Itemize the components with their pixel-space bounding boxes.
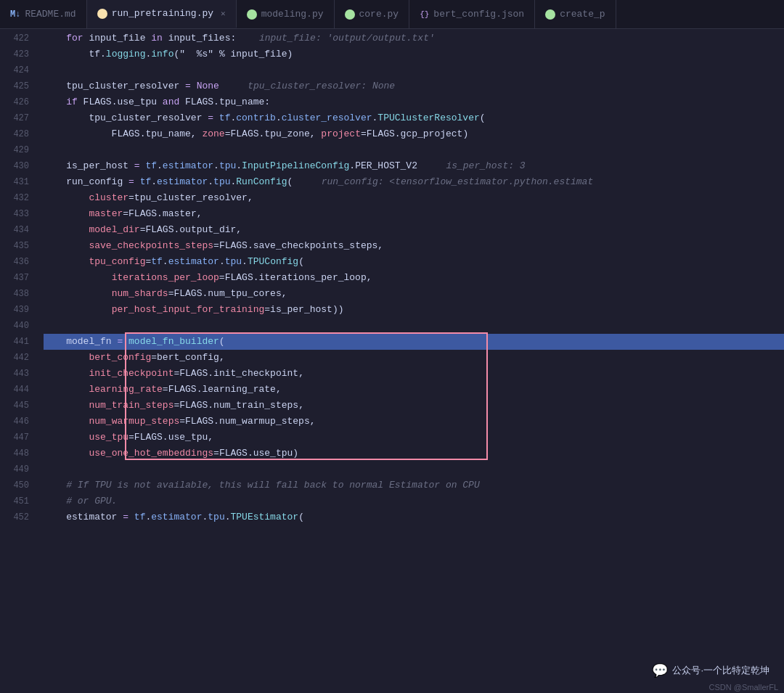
line-426: 426	[6, 94, 29, 110]
code-line-447: use_tpu=FLAGS.use_tpu,	[44, 430, 784, 446]
line-434: 434	[6, 222, 29, 238]
line-449: 449	[6, 462, 29, 477]
code-line-446: num_warmup_steps=FLAGS.num_warmup_steps,	[44, 414, 784, 430]
line-430: 430	[6, 158, 29, 174]
code-line-450: # If TPU is not available, this will fal…	[44, 477, 784, 493]
tab-run-pretraining[interactable]: run_pretraining.py ✕	[87, 0, 237, 28]
code-line-448: use_one_hot_embeddings=FLAGS.use_tpu)	[44, 446, 784, 462]
line-448: 448	[6, 446, 29, 462]
line-451: 451	[6, 493, 29, 509]
tab-label: run_pretraining.py	[112, 8, 213, 19]
line-429: 429	[6, 142, 29, 158]
line-442: 442	[6, 350, 29, 366]
code-line-444: learning_rate=FLAGS.learning_rate,	[44, 382, 784, 398]
tab-readme[interactable]: M↓ README.md	[0, 0, 87, 28]
line-422: 422	[6, 30, 29, 46]
code-line-442: bert_config=bert_config,	[44, 350, 784, 366]
tab-bert-config[interactable]: {} bert_config.json	[409, 0, 535, 28]
editor: 422 423 424 425 426 427 428 429 430 431 …	[0, 29, 784, 693]
watermark: 💬 公众号·一个比特定乾坤	[652, 663, 769, 678]
code-line-435: save_checkpoints_steps=FLAGS.save_checkp…	[44, 238, 784, 254]
line-436: 436	[6, 254, 29, 270]
csdn-badge: CSDN @SmallerFL	[709, 683, 778, 692]
tab-label: bert_config.json	[433, 9, 524, 20]
line-452: 452	[6, 509, 29, 525]
tab-core[interactable]: core.py	[335, 0, 410, 28]
tab-modeling[interactable]: modeling.py	[237, 0, 335, 28]
line-445: 445	[6, 398, 29, 414]
line-432: 432	[6, 190, 29, 206]
line-423: 423	[6, 46, 29, 62]
tab-label: create_p	[560, 9, 605, 20]
code-line-445: num_train_steps=FLAGS.num_train_steps,	[44, 398, 784, 414]
code-content: for input_file in input_files: input_fil…	[38, 29, 784, 693]
line-428: 428	[6, 126, 29, 142]
close-icon[interactable]: ✕	[221, 9, 226, 18]
line-437: 437	[6, 270, 29, 286]
code-line-439: per_host_input_for_training=is_per_host)…	[44, 302, 784, 318]
json-icon: {}	[420, 10, 429, 19]
code-line-431: run_config = tf.estimator.tpu.RunConfig(…	[44, 174, 784, 190]
code-line-427: tpu_cluster_resolver = tf.contrib.cluste…	[44, 110, 784, 126]
tab-bar: M↓ README.md run_pretraining.py ✕ modeli…	[0, 0, 784, 29]
watermark-text: 公众号·一个比特定乾坤	[672, 664, 769, 677]
code-line-430: is_per_host = tf.estimator.tpu.InputPipe…	[44, 158, 784, 174]
line-424: 424	[6, 62, 29, 78]
code-line-422: for input_file in input_files: input_fil…	[44, 30, 784, 46]
code-line-434: model_dir=FLAGS.output_dir,	[44, 222, 784, 238]
watermark-icon: 💬	[652, 663, 668, 678]
line-441: 441	[6, 334, 29, 350]
code-line-437: iterations_per_loop=FLAGS.iterations_per…	[44, 270, 784, 286]
line-440: 440	[6, 318, 29, 334]
line-numbers: 422 423 424 425 426 427 428 429 430 431 …	[0, 29, 38, 693]
code-line-423: tf.logging.info(" %s" % input_file)	[44, 46, 784, 62]
code-line-449	[44, 462, 784, 477]
code-line-433: master=FLAGS.master,	[44, 206, 784, 222]
code-line-451: # or GPU.	[44, 493, 784, 509]
py-icon	[545, 9, 555, 20]
line-447: 447	[6, 430, 29, 446]
line-446: 446	[6, 414, 29, 430]
code-line-440	[44, 318, 784, 334]
py-icon	[247, 9, 257, 20]
tab-label: modeling.py	[261, 9, 324, 20]
line-427: 427	[6, 110, 29, 126]
code-line-452: estimator = tf.estimator.tpu.TPUEstimato…	[44, 509, 784, 525]
code-line-424	[44, 62, 784, 78]
code-line-428: FLAGS.tpu_name, zone=FLAGS.tpu_zone, pro…	[44, 126, 784, 142]
line-438: 438	[6, 286, 29, 302]
line-450: 450	[6, 477, 29, 493]
code-line-425: tpu_cluster_resolver = None tpu_cluster_…	[44, 78, 784, 94]
line-431: 431	[6, 174, 29, 190]
py-icon	[345, 9, 355, 20]
code-line-426: if FLAGS.use_tpu and FLAGS.tpu_name:	[44, 94, 784, 110]
code-line-443: init_checkpoint=FLAGS.init_checkpoint,	[44, 366, 784, 382]
tab-label: core.py	[359, 9, 399, 20]
line-444: 444	[6, 382, 29, 398]
code-line-429	[44, 142, 784, 158]
code-line-441: model_fn = model_fn_builder(	[44, 334, 784, 350]
py-icon	[97, 9, 107, 19]
line-439: 439	[6, 302, 29, 318]
line-433: 433	[6, 206, 29, 222]
tab-label: README.md	[25, 9, 75, 20]
line-443: 443	[6, 366, 29, 382]
tab-create-p[interactable]: create_p	[535, 0, 616, 28]
code-line-432: cluster=tpu_cluster_resolver,	[44, 190, 784, 206]
line-425: 425	[6, 78, 29, 94]
md-icon: M↓	[10, 9, 20, 20]
code-line-438: num_shards=FLAGS.num_tpu_cores,	[44, 286, 784, 302]
line-435: 435	[6, 238, 29, 254]
code-line-436: tpu_config=tf.estimator.tpu.TPUConfig(	[44, 254, 784, 270]
